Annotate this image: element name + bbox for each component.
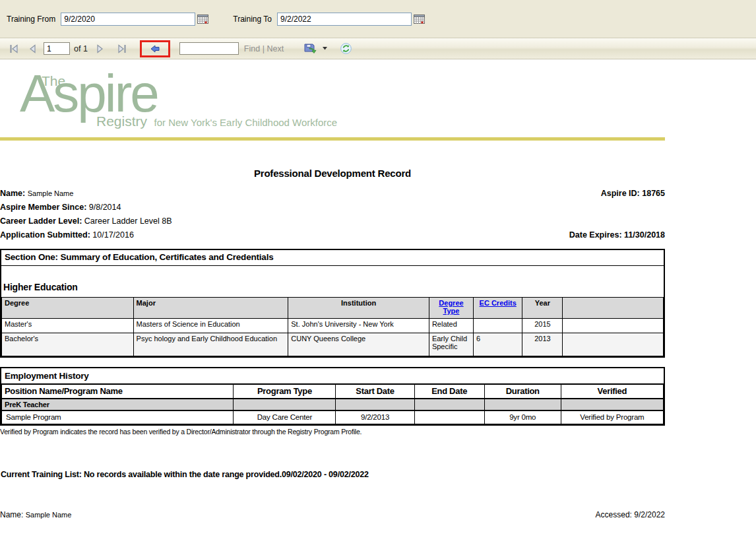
duration-cell: 9yr 0mo: [484, 410, 561, 424]
logo-registry-text: Registry: [96, 114, 147, 129]
training-to-group: Training To: [233, 13, 425, 26]
education-header-row: Degree Major Institution Degree Type EC …: [2, 298, 664, 319]
extra-cell: [563, 319, 664, 333]
position-column-header: Position Name/Program Name: [2, 385, 234, 399]
first-page-button[interactable]: [6, 43, 22, 55]
find-link[interactable]: Find: [244, 44, 260, 53]
calendar-icon: [414, 14, 425, 24]
footer-name: Name: Sample Name: [0, 510, 71, 519]
logo-the-text: The: [42, 73, 65, 89]
section-one-title: Section One: Summary of Education, Certi…: [1, 250, 664, 266]
report-footer: Name: Sample Name Accessed: 9/2/2022: [0, 510, 665, 519]
year-cell: 2015: [522, 319, 563, 333]
end-date-cell: [414, 410, 484, 424]
verified-cell: Verified by Program: [561, 410, 663, 424]
export-dropdown-caret-button[interactable]: [321, 46, 329, 51]
education-row: Bachelor's Psyc hology and Early Childho…: [2, 333, 664, 356]
back-to-parent-report-button[interactable]: [150, 44, 160, 53]
program-name-cell: Sample Program: [2, 410, 234, 424]
report-parameters-bar: Training From Training To: [0, 0, 756, 38]
training-to-calendar-button[interactable]: [414, 13, 425, 24]
red-highlight-annotation: [140, 40, 170, 57]
report-body: Aspire The Registry for New York's Early…: [0, 70, 756, 519]
export-save-icon: [303, 43, 317, 54]
previous-page-button[interactable]: [26, 43, 39, 55]
career-ladder-label: Career Ladder Level:: [0, 216, 82, 226]
find-next-controls: Find | Next: [244, 44, 284, 53]
start-date-column-header: Start Date: [336, 385, 414, 399]
major-cell: Psyc hology and Early Childhood Educatio…: [133, 333, 288, 356]
search-input[interactable]: [179, 42, 239, 55]
next-page-button[interactable]: [94, 43, 107, 55]
back-to-parent-icon: [150, 44, 160, 53]
previous-page-icon: [28, 44, 36, 53]
last-page-button[interactable]: [114, 43, 130, 55]
name-label: Name:: [0, 189, 25, 198]
logo-subtitle: Registry for New York's Early Childhood …: [96, 114, 337, 129]
degree-type-sort-link[interactable]: Degree Type: [439, 299, 463, 315]
date-expires: Date Expires: 11/30/2018: [569, 230, 665, 240]
institution-cell: CUNY Queens College: [288, 333, 429, 356]
name-value: Sample Name: [28, 189, 74, 197]
ec-credits-cell: 6: [474, 333, 522, 356]
footer-name-label: Name:: [0, 510, 23, 519]
training-from-group: Training From: [7, 13, 209, 26]
accessed-date: Accessed: 9/2/2022: [596, 510, 665, 519]
higher-education-table: Degree Major Institution Degree Type EC …: [1, 297, 664, 356]
position-name-cell: PreK Teacher: [2, 399, 234, 410]
member-since: Aspire Member Since: 9/8/2014: [0, 203, 121, 212]
institution-cell: St. John's University - New York: [288, 319, 429, 333]
verified-note: Verified by Program indicates the record…: [0, 428, 756, 436]
last-page-icon: [117, 44, 127, 53]
refresh-button[interactable]: [338, 42, 354, 55]
degree-type-cell: Early Child Specific: [429, 333, 473, 356]
degree-cell: Bachelor's: [2, 333, 134, 356]
application-submitted-value: 10/17/2016: [92, 230, 134, 240]
section-one-box: Section One: Summary of Education, Certi…: [0, 249, 665, 358]
degree-cell: Master's: [2, 319, 134, 333]
start-date-cell: 9/2/2013: [336, 410, 414, 424]
major-cell: Masters of Science in Education: [133, 319, 288, 333]
current-training-list-message: Current Training List: No records availa…: [0, 470, 756, 479]
export-button[interactable]: [301, 42, 319, 55]
footer-name-value: Sample Name: [26, 511, 72, 519]
report-viewer-toolbar: of 1 Find | Next: [0, 38, 756, 59]
ec-credits-cell: [474, 319, 522, 333]
application-submitted-label: Application Submitted:: [0, 230, 90, 240]
verified-column-header: Verified: [561, 385, 663, 399]
year-column-header: Year: [522, 298, 563, 319]
program-type-cell: Day Care Center: [234, 410, 336, 424]
training-from-calendar-button[interactable]: [197, 13, 209, 24]
aspire-logo: Aspire The Registry for New York's Early…: [0, 70, 756, 133]
gold-divider: [0, 137, 665, 141]
employment-history-heading: Employment History: [1, 368, 664, 384]
training-from-input[interactable]: [61, 13, 195, 26]
training-to-label: Training To: [233, 15, 272, 24]
year-cell: 2013: [522, 333, 563, 356]
logo-tagline-text: for New York's Early Childhood Workforce: [154, 117, 337, 128]
employment-history-table: Position Name/Program Name Program Type …: [1, 384, 664, 424]
find-next-separator: |: [263, 44, 265, 53]
employment-history-box: Employment History Position Name/Program…: [0, 367, 665, 426]
next-link[interactable]: Next: [267, 44, 284, 53]
dropdown-caret-icon: [323, 47, 327, 50]
end-date-column-header: End Date: [414, 385, 484, 399]
page-count-label: of 1: [74, 44, 88, 53]
career-ladder-value: Career Ladder Level 8B: [84, 216, 172, 226]
ec-credits-sort-link[interactable]: EC Credits: [480, 299, 517, 307]
program-type-column-header: Program Type: [234, 385, 336, 399]
major-column-header: Major: [133, 298, 288, 319]
education-row: Master's Masters of Science in Education…: [2, 319, 664, 333]
refresh-icon: [340, 43, 352, 54]
employment-header-row: Position Name/Program Name Program Type …: [2, 385, 664, 399]
degree-column-header: Degree: [2, 298, 134, 319]
application-submitted: Application Submitted: 10/17/2016: [0, 230, 134, 240]
extra-cell: [563, 333, 664, 356]
employment-row: Sample Program Day Care Center 9/2/2013 …: [2, 410, 664, 424]
higher-education-heading: Higher Education: [1, 266, 664, 297]
extra-column-header: [563, 298, 664, 319]
institution-column-header: Institution: [288, 298, 429, 319]
training-to-input[interactable]: [277, 13, 412, 26]
duration-column-header: Duration: [484, 385, 561, 399]
current-page-input[interactable]: [44, 42, 70, 55]
